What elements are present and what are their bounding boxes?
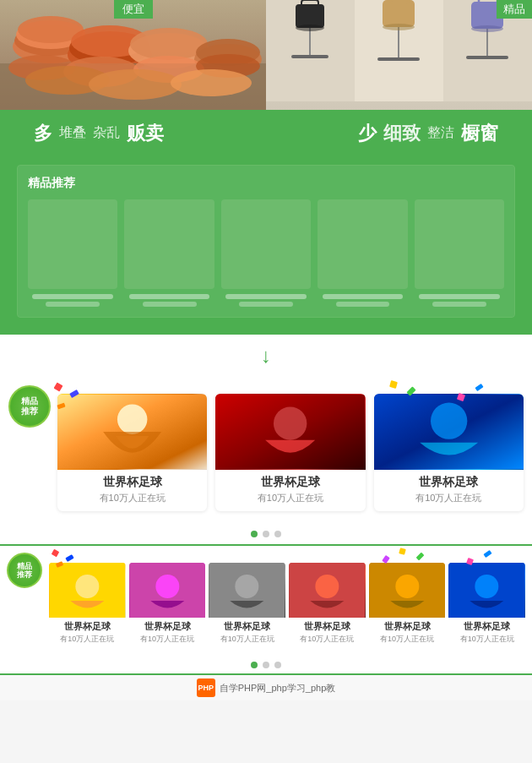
comp-right: 少 细致 整洁 橱窗 xyxy=(358,121,498,146)
small-card-5[interactable]: 世界杯足球 有10万人正在玩 xyxy=(369,563,446,648)
dot-2-2[interactable] xyxy=(263,662,269,668)
svg-rect-39 xyxy=(466,56,508,59)
small-card-2[interactable]: 世界杯足球 有10万人正在玩 xyxy=(129,563,206,648)
svg-rect-31 xyxy=(383,0,415,27)
game-cards-large: 世界杯足球 有10万人正在玩 世界杯足球 xyxy=(8,394,524,511)
featured-bar-1 xyxy=(32,294,113,299)
svg-point-55 xyxy=(395,575,419,598)
game-card-3[interactable]: 世界杯足球 有10万人正在玩 xyxy=(374,394,524,511)
small-img-4 xyxy=(289,563,366,618)
dot-1-active[interactable] xyxy=(251,531,258,537)
svg-point-47 xyxy=(75,575,99,598)
footer-text: 自学PHP网_php学习_php教 xyxy=(220,682,336,695)
small-sub-5: 有10万人正在玩 xyxy=(369,634,446,648)
small-title-5: 世界杯足球 xyxy=(369,618,446,634)
svg-point-49 xyxy=(155,575,179,598)
dot-2-active[interactable] xyxy=(251,662,258,668)
arrow-down-icon: ↓ xyxy=(261,344,271,368)
featured-bar-3 xyxy=(225,294,307,299)
svg-point-38 xyxy=(471,25,503,32)
game-section-large: 精品 推荐 xyxy=(0,377,532,524)
comp-left: 多 堆叠 杂乱 贩卖 xyxy=(34,121,164,146)
dot-1-2[interactable] xyxy=(263,531,269,537)
top-banner: 便宜 xyxy=(0,0,532,110)
game-card-2[interactable]: 世界杯足球 有10万人正在玩 xyxy=(215,394,365,511)
dots-row-1 xyxy=(0,524,532,546)
game-card-title-1: 世界杯足球 xyxy=(57,470,207,492)
featured-item-3[interactable] xyxy=(221,199,311,307)
badge2-line1: 精品 xyxy=(17,562,32,571)
small-sub-3: 有10万人正在玩 xyxy=(209,634,285,648)
svg-point-45 xyxy=(431,403,467,439)
comp-word-3: 贩卖 xyxy=(127,121,164,146)
premium-label: 精品 xyxy=(497,0,532,19)
jingpin-badge-small: 精品 推荐 xyxy=(7,553,42,588)
small-sub-4: 有10万人正在玩 xyxy=(289,634,366,648)
comp-word-2: 杂乱 xyxy=(93,124,120,142)
featured-section: 精品推荐 xyxy=(0,156,532,335)
featured-title: 精品推荐 xyxy=(28,176,504,191)
small-game-cards: 世界杯足球 有10万人正在玩 世界杯足球 有10万人正在玩 xyxy=(49,563,525,648)
game-card-img-2 xyxy=(215,394,365,470)
game-card-title-2: 世界杯足球 xyxy=(215,470,365,492)
banner-right: 精品 xyxy=(266,0,532,110)
comp-word-4: 细致 xyxy=(383,121,421,146)
svg-point-19 xyxy=(89,69,182,100)
featured-img-3 xyxy=(221,199,311,289)
comp-word-1: 堆叠 xyxy=(59,124,86,142)
white-gap: ↓ xyxy=(0,335,532,377)
featured-img-1 xyxy=(28,199,117,289)
badge-line2: 推荐 xyxy=(21,406,38,417)
small-card-3[interactable]: 世界杯足球 有10万人正在玩 xyxy=(209,563,285,648)
featured-bar-short-4 xyxy=(336,302,390,307)
svg-rect-29 xyxy=(291,55,328,58)
svg-rect-34 xyxy=(377,57,420,61)
svg-point-57 xyxy=(475,575,499,598)
game-card-title-3: 世界杯足球 xyxy=(374,470,524,492)
small-img-1 xyxy=(49,563,126,618)
featured-item-4[interactable] xyxy=(318,199,407,307)
game-card-sub-3: 有10万人正在玩 xyxy=(374,492,524,511)
game-card-sub-2: 有10万人正在玩 xyxy=(215,492,365,511)
svg-rect-26 xyxy=(296,4,324,28)
comp-char-right: 少 xyxy=(358,121,377,146)
featured-item-5[interactable] xyxy=(415,199,504,307)
featured-img-4 xyxy=(318,199,407,289)
small-title-6: 世界杯足球 xyxy=(448,618,525,634)
dot-1-3[interactable] xyxy=(274,531,281,537)
game-section-small: 精品 推荐 世界杯足球 有10万人正在玩 世界杯足球 xyxy=(0,546,532,657)
svg-point-43 xyxy=(274,407,307,440)
footer: PHP 自学PHP网_php学习_php教 xyxy=(0,675,532,700)
small-card-1[interactable]: 世界杯足球 有10万人正在玩 xyxy=(49,563,126,648)
small-sub-1: 有10万人正在玩 xyxy=(49,634,126,648)
footer-logo: PHP xyxy=(197,679,215,697)
small-title-2: 世界杯足球 xyxy=(129,618,206,634)
small-sub-2: 有10万人正在玩 xyxy=(129,634,206,648)
small-card-4[interactable]: 世界杯足球 有10万人正在玩 xyxy=(289,563,366,648)
game-card-1[interactable]: 世界杯足球 有10万人正在玩 xyxy=(57,394,207,511)
featured-item-1[interactable] xyxy=(28,199,117,307)
dot-2-3[interactable] xyxy=(274,662,281,668)
featured-img-5 xyxy=(415,199,504,289)
small-title-3: 世界杯足球 xyxy=(209,618,285,634)
featured-bar-5 xyxy=(419,294,500,299)
comp-word-5: 整洁 xyxy=(427,124,454,142)
svg-point-28 xyxy=(296,25,324,31)
comp-char-left: 多 xyxy=(34,121,52,146)
comp-word-6: 橱窗 xyxy=(461,121,498,146)
small-img-6 xyxy=(448,563,525,618)
small-card-6[interactable]: 世界杯足球 有10万人正在玩 xyxy=(448,563,525,648)
featured-bar-2 xyxy=(129,294,210,299)
small-img-2 xyxy=(129,563,206,618)
game-card-img-1 xyxy=(57,394,207,470)
dots-row-2 xyxy=(0,657,532,675)
footer-logo-icon: PHP xyxy=(198,684,214,692)
small-title-4: 世界杯足球 xyxy=(289,618,366,634)
badge2-line2: 推荐 xyxy=(17,570,32,580)
svg-point-51 xyxy=(236,575,259,598)
featured-item-2[interactable] xyxy=(124,199,214,307)
featured-items xyxy=(28,199,504,307)
featured-bar-short-3 xyxy=(239,302,293,307)
banner-left: 便宜 xyxy=(0,0,266,110)
svg-point-20 xyxy=(171,69,252,96)
